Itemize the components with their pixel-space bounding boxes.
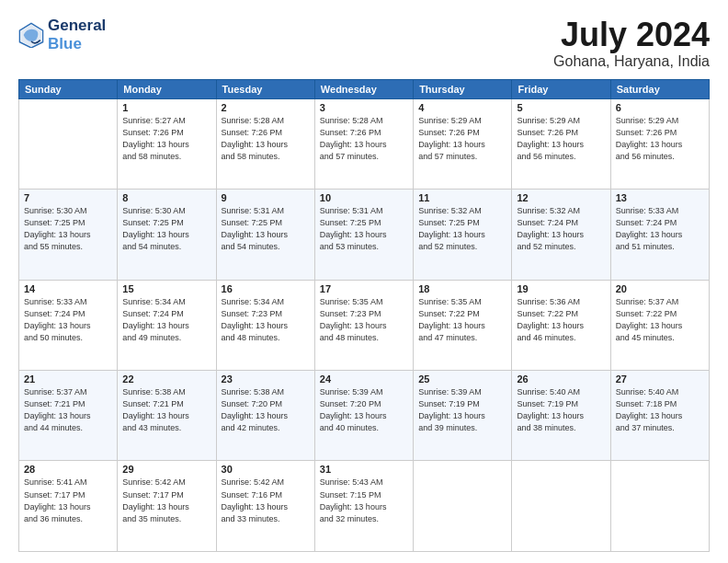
day-info: Sunrise: 5:31 AMSunset: 7:25 PMDaylight:… xyxy=(222,205,310,253)
calendar-cell: 16Sunrise: 5:34 AMSunset: 7:23 PMDayligh… xyxy=(216,280,314,370)
day-info: Sunrise: 5:28 AMSunset: 7:26 PMDaylight:… xyxy=(320,115,408,163)
day-number: 14 xyxy=(24,283,112,294)
day-number: 1 xyxy=(122,102,210,113)
day-info: Sunrise: 5:29 AMSunset: 7:26 PMDaylight:… xyxy=(418,115,506,163)
calendar-week-row: 14Sunrise: 5:33 AMSunset: 7:24 PMDayligh… xyxy=(19,280,710,370)
calendar-cell: 28Sunrise: 5:41 AMSunset: 7:17 PMDayligh… xyxy=(19,461,118,552)
calendar-week-row: 1Sunrise: 5:27 AMSunset: 7:26 PMDaylight… xyxy=(19,98,710,189)
day-number: 10 xyxy=(320,192,408,203)
day-number: 13 xyxy=(616,192,704,203)
day-number: 22 xyxy=(122,373,210,385)
day-number: 11 xyxy=(418,192,506,203)
calendar-cell: 26Sunrise: 5:40 AMSunset: 7:19 PMDayligh… xyxy=(512,371,610,461)
day-number: 15 xyxy=(122,283,210,294)
calendar-cell: 14Sunrise: 5:33 AMSunset: 7:24 PMDayligh… xyxy=(19,280,118,370)
day-number: 2 xyxy=(222,102,310,113)
weekday-header: Sunday xyxy=(19,79,118,98)
weekday-header: Friday xyxy=(512,79,610,98)
day-number: 30 xyxy=(222,464,310,475)
weekday-header-row: SundayMondayTuesdayWednesdayThursdayFrid… xyxy=(19,79,710,98)
day-number: 6 xyxy=(616,102,704,113)
day-info: Sunrise: 5:40 AMSunset: 7:18 PMDaylight:… xyxy=(616,386,704,434)
day-number: 18 xyxy=(418,283,506,294)
calendar-cell: 22Sunrise: 5:38 AMSunset: 7:21 PMDayligh… xyxy=(118,371,216,461)
weekday-header: Saturday xyxy=(610,79,709,98)
calendar-cell: 1Sunrise: 5:27 AMSunset: 7:26 PMDaylight… xyxy=(118,98,216,189)
calendar-cell xyxy=(19,98,118,189)
calendar-cell: 9Sunrise: 5:31 AMSunset: 7:25 PMDaylight… xyxy=(216,190,314,280)
day-info: Sunrise: 5:42 AMSunset: 7:17 PMDaylight:… xyxy=(122,477,210,524)
day-number: 20 xyxy=(616,283,704,294)
calendar-cell: 31Sunrise: 5:43 AMSunset: 7:15 PMDayligh… xyxy=(314,461,413,552)
calendar-cell: 19Sunrise: 5:36 AMSunset: 7:22 PMDayligh… xyxy=(512,280,610,370)
day-info: Sunrise: 5:31 AMSunset: 7:25 PMDaylight:… xyxy=(320,205,408,253)
day-number: 8 xyxy=(122,192,210,203)
calendar-cell xyxy=(414,461,512,552)
day-number: 3 xyxy=(320,102,408,113)
calendar-cell: 7Sunrise: 5:30 AMSunset: 7:25 PMDaylight… xyxy=(19,190,118,280)
location: Gohana, Haryana, India xyxy=(553,53,710,70)
calendar-cell: 15Sunrise: 5:34 AMSunset: 7:24 PMDayligh… xyxy=(118,280,216,370)
day-number: 25 xyxy=(418,373,506,385)
day-info: Sunrise: 5:36 AMSunset: 7:22 PMDaylight:… xyxy=(517,296,605,344)
day-info: Sunrise: 5:29 AMSunset: 7:26 PMDaylight:… xyxy=(616,115,704,163)
day-info: Sunrise: 5:35 AMSunset: 7:23 PMDaylight:… xyxy=(320,296,408,344)
day-number: 26 xyxy=(517,373,605,385)
day-number: 19 xyxy=(517,283,605,294)
calendar-cell: 4Sunrise: 5:29 AMSunset: 7:26 PMDaylight… xyxy=(414,98,512,189)
weekday-header: Wednesday xyxy=(314,79,413,98)
day-number: 17 xyxy=(320,283,408,294)
calendar-table: SundayMondayTuesdayWednesdayThursdayFrid… xyxy=(18,79,710,552)
calendar-week-row: 21Sunrise: 5:37 AMSunset: 7:21 PMDayligh… xyxy=(19,371,710,461)
calendar-week-row: 28Sunrise: 5:41 AMSunset: 7:17 PMDayligh… xyxy=(19,461,710,552)
day-number: 23 xyxy=(222,373,310,385)
day-info: Sunrise: 5:32 AMSunset: 7:25 PMDaylight:… xyxy=(418,205,506,253)
logo-text: General Blue xyxy=(48,17,106,52)
day-number: 7 xyxy=(24,192,112,203)
logo: General Blue xyxy=(18,17,106,52)
calendar-cell: 20Sunrise: 5:37 AMSunset: 7:22 PMDayligh… xyxy=(610,280,709,370)
weekday-header: Thursday xyxy=(414,79,512,98)
day-info: Sunrise: 5:29 AMSunset: 7:26 PMDaylight:… xyxy=(517,115,605,163)
day-info: Sunrise: 5:34 AMSunset: 7:24 PMDaylight:… xyxy=(122,296,210,344)
calendar-cell xyxy=(512,461,610,552)
day-info: Sunrise: 5:39 AMSunset: 7:20 PMDaylight:… xyxy=(320,386,408,434)
day-info: Sunrise: 5:30 AMSunset: 7:25 PMDaylight:… xyxy=(122,205,210,253)
calendar-cell: 17Sunrise: 5:35 AMSunset: 7:23 PMDayligh… xyxy=(314,280,413,370)
day-number: 16 xyxy=(222,283,310,294)
day-info: Sunrise: 5:37 AMSunset: 7:21 PMDaylight:… xyxy=(24,386,112,434)
calendar-cell: 3Sunrise: 5:28 AMSunset: 7:26 PMDaylight… xyxy=(314,98,413,189)
calendar-cell: 2Sunrise: 5:28 AMSunset: 7:26 PMDaylight… xyxy=(216,98,314,189)
day-info: Sunrise: 5:41 AMSunset: 7:17 PMDaylight:… xyxy=(24,477,112,524)
day-info: Sunrise: 5:34 AMSunset: 7:23 PMDaylight:… xyxy=(222,296,310,344)
calendar-cell: 8Sunrise: 5:30 AMSunset: 7:25 PMDaylight… xyxy=(118,190,216,280)
calendar-cell: 24Sunrise: 5:39 AMSunset: 7:20 PMDayligh… xyxy=(314,371,413,461)
calendar-cell: 11Sunrise: 5:32 AMSunset: 7:25 PMDayligh… xyxy=(414,190,512,280)
calendar-cell: 5Sunrise: 5:29 AMSunset: 7:26 PMDaylight… xyxy=(512,98,610,189)
day-info: Sunrise: 5:42 AMSunset: 7:16 PMDaylight:… xyxy=(222,477,310,524)
day-info: Sunrise: 5:27 AMSunset: 7:26 PMDaylight:… xyxy=(122,115,210,163)
day-info: Sunrise: 5:39 AMSunset: 7:19 PMDaylight:… xyxy=(418,386,506,434)
day-number: 28 xyxy=(24,464,112,475)
day-number: 21 xyxy=(24,373,112,385)
day-info: Sunrise: 5:32 AMSunset: 7:24 PMDaylight:… xyxy=(517,205,605,253)
weekday-header: Monday xyxy=(118,79,216,98)
weekday-header: Tuesday xyxy=(216,79,314,98)
calendar-cell: 6Sunrise: 5:29 AMSunset: 7:26 PMDaylight… xyxy=(610,98,709,189)
day-number: 29 xyxy=(122,464,210,475)
day-number: 9 xyxy=(222,192,310,203)
calendar-cell: 23Sunrise: 5:38 AMSunset: 7:20 PMDayligh… xyxy=(216,371,314,461)
calendar-cell: 12Sunrise: 5:32 AMSunset: 7:24 PMDayligh… xyxy=(512,190,610,280)
day-info: Sunrise: 5:30 AMSunset: 7:25 PMDaylight:… xyxy=(24,205,112,253)
header: General Blue July 2024 Gohana, Haryana, … xyxy=(18,17,710,70)
day-info: Sunrise: 5:40 AMSunset: 7:19 PMDaylight:… xyxy=(517,386,605,434)
day-info: Sunrise: 5:33 AMSunset: 7:24 PMDaylight:… xyxy=(616,205,704,253)
day-number: 4 xyxy=(418,102,506,113)
calendar-cell xyxy=(610,461,709,552)
calendar-cell: 25Sunrise: 5:39 AMSunset: 7:19 PMDayligh… xyxy=(414,371,512,461)
calendar-cell: 30Sunrise: 5:42 AMSunset: 7:16 PMDayligh… xyxy=(216,461,314,552)
calendar-cell: 27Sunrise: 5:40 AMSunset: 7:18 PMDayligh… xyxy=(610,371,709,461)
page: General Blue July 2024 Gohana, Haryana, … xyxy=(0,0,728,563)
day-info: Sunrise: 5:38 AMSunset: 7:20 PMDaylight:… xyxy=(222,386,310,434)
calendar-cell: 10Sunrise: 5:31 AMSunset: 7:25 PMDayligh… xyxy=(314,190,413,280)
